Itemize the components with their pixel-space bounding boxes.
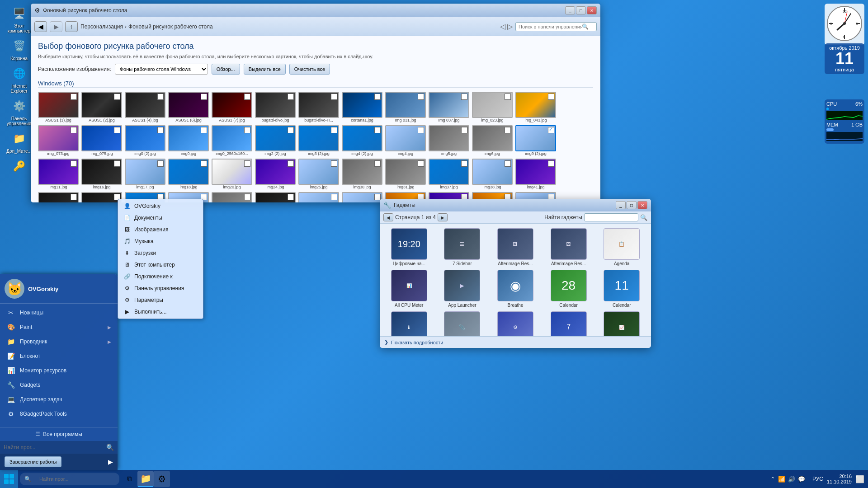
up-button[interactable]: ↑	[65, 21, 78, 32]
gadgets-footer[interactable]: ❯ Показать подробности	[380, 336, 651, 348]
gadgets-close-button[interactable]: ✕	[637, 201, 647, 209]
wallpaper-item[interactable]: img_043.jpg	[515, 92, 556, 122]
back-button[interactable]: ◀	[34, 21, 47, 32]
forward-button[interactable]: ▶	[50, 21, 62, 32]
submenu-item-mypc[interactable]: 🖥 Этот компьютер	[118, 259, 203, 271]
wallpaper-checkbox[interactable]	[244, 127, 250, 133]
desktop-icon-controlpanel[interactable]: ⚙️ Панель управления	[5, 97, 33, 126]
gadgets-search-input[interactable]	[584, 213, 638, 221]
wallpaper-checkbox[interactable]	[418, 160, 424, 167]
wallpaper-checkbox[interactable]	[548, 94, 554, 100]
gadgets-search-icon[interactable]: 🔍	[640, 214, 647, 221]
gadgets-prev-button[interactable]: ◀	[383, 213, 393, 221]
wallpaper-checkbox[interactable]	[331, 127, 337, 133]
wallpaper-item[interactable]: img41.jpg	[515, 159, 556, 189]
wallpaper-item[interactable]: bugatti-divo.jpg	[255, 92, 296, 122]
close-button[interactable]: ✕	[587, 6, 597, 14]
wallpaper-item[interactable]: img5.jpg	[429, 125, 469, 156]
wallpaper-item[interactable]: ASUS1 (7).jpg	[212, 92, 252, 122]
wallpaper-item[interactable]: img129.jpg	[81, 192, 122, 202]
gadgets-next-button[interactable]: ▶	[438, 213, 448, 221]
wallpaper-checkbox[interactable]	[157, 127, 164, 133]
breadcrumb-personalization[interactable]: Персонализация	[80, 23, 123, 30]
gadget-item[interactable]: ▶ App Launcher	[438, 270, 487, 308]
wallpaper-checkbox[interactable]	[461, 160, 467, 167]
gadget-item[interactable]: 19:20 Цифровые ча...	[384, 228, 434, 266]
wallpaper-item[interactable]: cortana1.jpg	[342, 92, 382, 122]
wallpaper-checkbox[interactable]	[505, 94, 511, 100]
wallpaper-checkbox[interactable]	[71, 127, 77, 133]
wallpaper-item[interactable]: imgx03.jpg	[212, 192, 252, 202]
notification-icon[interactable]: ⬜	[855, 475, 864, 483]
start-item-explorer[interactable]: 📁 Проводник ▶	[0, 334, 118, 349]
wallpaper-item[interactable]: imgx11.png	[298, 192, 339, 202]
wallpaper-item[interactable]: img31.jpg	[385, 159, 426, 189]
wallpaper-checkbox[interactable]	[374, 94, 381, 100]
gadget-item[interactable]: 🌡 Chameleon We...	[384, 311, 434, 336]
wallpaper-item[interactable]: img0.jpg	[168, 125, 209, 156]
clear-all-button[interactable]: Очистить все	[289, 64, 330, 75]
wallpaper-item[interactable]: img24.jpg	[255, 159, 296, 189]
wallpaper-checkbox[interactable]	[331, 94, 337, 100]
wallpaper-checkbox[interactable]	[288, 194, 294, 200]
wallpaper-item[interactable]: img_073.jpg	[38, 125, 79, 156]
wallpaper-checkbox[interactable]	[71, 160, 77, 167]
gadgets-minimize-button[interactable]: _	[616, 201, 626, 209]
submenu-item-music[interactable]: 🎵 Музыка	[118, 235, 203, 247]
wallpaper-checkbox[interactable]	[374, 127, 381, 133]
wallpaper-item[interactable]: img30.jpg	[342, 159, 382, 189]
wallpaper-checkbox[interactable]	[548, 160, 554, 167]
wallpaper-item[interactable]: img4.jpg	[385, 125, 426, 156]
wallpaper-checkbox[interactable]	[461, 127, 467, 133]
start-button[interactable]	[0, 470, 18, 488]
language-indicator[interactable]: РУС	[812, 476, 823, 482]
wallpaper-checkbox[interactable]	[201, 94, 207, 100]
wallpaper-checkbox[interactable]	[114, 127, 120, 133]
tray-chevron-icon[interactable]: ⌃	[770, 476, 775, 483]
wallpaper-item[interactable]: imgx12.jpg	[342, 192, 382, 202]
wallpaper-checkbox[interactable]	[114, 160, 120, 167]
wallpaper-checkbox[interactable]	[288, 94, 294, 100]
taskview-button[interactable]: ⧉	[121, 471, 137, 487]
taskbar-search-bar[interactable]: 🔍	[20, 473, 119, 485]
browse-button[interactable]: Обзор...	[212, 64, 240, 75]
gadget-item[interactable]: 📈 CPU Utilization	[597, 311, 646, 336]
wallpaper-checkbox[interactable]	[244, 160, 250, 167]
wallpaper-item[interactable]: img4 (2).jpg	[342, 125, 382, 156]
wallpaper-item[interactable]: img3 (2).jpg	[298, 125, 339, 156]
taskbar-search-input[interactable]	[35, 473, 103, 485]
wallpaper-checkbox[interactable]	[71, 194, 77, 200]
gadget-item[interactable]: 28 Calendar	[544, 270, 594, 308]
wallpaper-item[interactable]: imgx04.jpg	[255, 192, 296, 202]
start-item-notepad[interactable]: 📝 Блокнот	[0, 349, 118, 363]
gadget-item[interactable]: 🖼 Afterimage Res...	[544, 228, 594, 266]
minimize-button[interactable]: _	[565, 6, 575, 14]
gadget-item[interactable]: 7 Countdown	[544, 311, 594, 336]
start-item-8gadget[interactable]: ⚙ 8GadgetPack Tools	[0, 407, 118, 421]
wallpaper-checkbox[interactable]	[288, 127, 294, 133]
wallpaper-item[interactable]: img0 (2).jpg	[125, 125, 165, 156]
wallpaper-checkbox[interactable]	[244, 194, 250, 200]
select-all-button[interactable]: Выделить все	[244, 64, 286, 75]
submenu-item-images[interactable]: 🖼 Изображения	[118, 224, 203, 235]
wallpaper-checkbox[interactable]	[505, 160, 511, 167]
wallpaper-checkbox[interactable]	[548, 127, 554, 133]
wallpaper-checkbox[interactable]	[461, 94, 467, 100]
gadget-item[interactable]: 🖼 Afterimage Res...	[491, 228, 540, 266]
wallpaper-item[interactable]: img17.jpg	[125, 159, 165, 189]
wallpaper-item[interactable]: Img 037.jpg	[429, 92, 469, 122]
wallpaper-item[interactable]: img_075.jpg	[81, 125, 122, 156]
wallpaper-item[interactable]: img11.jpg	[38, 159, 79, 189]
action-center-icon[interactable]: 💬	[798, 476, 805, 483]
prev-icon[interactable]: ◁	[500, 22, 505, 31]
wallpaper-item[interactable]: img25.jpg	[298, 159, 339, 189]
wallpaper-item[interactable]: img6.jpg	[472, 125, 513, 156]
wallpaper-item[interactable]: ASUS1 (6).jpg	[168, 92, 209, 122]
next-icon[interactable]: ▷	[507, 22, 513, 31]
desktop-icon-trash[interactable]: 🗑️ Корзина	[5, 37, 33, 61]
wallpaper-checkbox[interactable]	[71, 94, 77, 100]
wallpaper-item[interactable]: img20.jpg	[212, 159, 252, 189]
desktop-icon-keys[interactable]: 🔑	[5, 157, 33, 176]
wallpaper-item[interactable]: img37.jpg	[429, 159, 469, 189]
wallpaper-checkbox[interactable]	[505, 127, 511, 133]
